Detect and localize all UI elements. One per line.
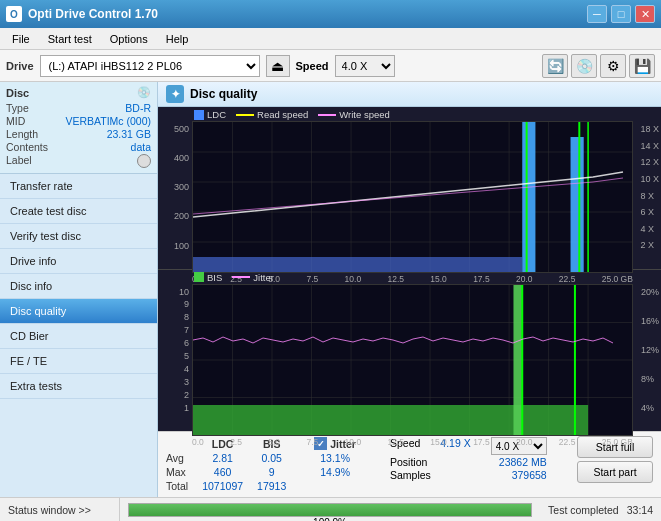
- legend-writespeed-color: [318, 114, 336, 116]
- y2r-20: 20%: [641, 288, 659, 297]
- disc-quality-icon: ✦: [166, 85, 184, 103]
- sidebar-item-extra-tests[interactable]: Extra tests: [0, 374, 157, 399]
- settings-icon-btn[interactable]: ⚙: [600, 54, 626, 78]
- legend-writespeed-label: Write speed: [339, 109, 390, 120]
- y1r-12x: 12 X: [640, 158, 659, 167]
- drive-select[interactable]: (L:) ATAPI iHBS112 2 PL06: [40, 55, 260, 77]
- menu-start-test[interactable]: Start test: [40, 31, 100, 47]
- y1r-4x: 4 X: [640, 225, 654, 234]
- minimize-button[interactable]: ─: [587, 5, 607, 23]
- disc-mid-val: VERBATIMc (000): [65, 115, 151, 127]
- sidebar-item-cd-bier[interactable]: CD Bier: [0, 324, 157, 349]
- disc-icon-btn[interactable]: 💿: [571, 54, 597, 78]
- y2-10: 10: [179, 288, 189, 297]
- chart2-svg: [193, 285, 632, 435]
- x2-250: 25.0 GB: [602, 437, 633, 447]
- position-row: Position 23862 MB: [390, 456, 547, 468]
- menu-options[interactable]: Options: [102, 31, 156, 47]
- x2-150: 15.0: [430, 437, 447, 447]
- y2-7: 7: [184, 326, 189, 335]
- menu-file[interactable]: File: [4, 31, 38, 47]
- legend-jitter-label: Jitter: [253, 272, 274, 283]
- y2r-12: 12%: [641, 346, 659, 355]
- y2-8: 8: [184, 313, 189, 322]
- disc-label-val: [137, 154, 151, 168]
- x2-75: 7.5: [306, 437, 318, 447]
- speed-select-toolbar[interactable]: 4.0 X: [335, 55, 395, 77]
- sidebar-item-transfer-rate[interactable]: Transfer rate: [0, 174, 157, 199]
- y2-5: 5: [184, 352, 189, 361]
- maximize-button[interactable]: □: [611, 5, 631, 23]
- chart1-visual: [192, 121, 633, 273]
- position-val: 23862 MB: [499, 456, 547, 468]
- x2-225: 22.5: [559, 437, 576, 447]
- y1-100: 100: [174, 242, 189, 251]
- avg-label: Avg: [166, 451, 202, 465]
- charts-area: 500 400 300 200 100 18 X 14 X 12 X 10 X …: [158, 107, 661, 431]
- refresh-icon-btn[interactable]: 🔄: [542, 54, 568, 78]
- chart2-visual: [192, 284, 633, 436]
- y1r-14x: 14 X: [640, 142, 659, 151]
- toolbar-icons: 🔄 💿 ⚙ 💾: [542, 54, 655, 78]
- legend-ldc-label: LDC: [207, 109, 226, 120]
- samples-val: 379658: [512, 469, 547, 481]
- y1r-2x: 2 X: [640, 241, 654, 250]
- legend-readspeed-label: Read speed: [257, 109, 308, 120]
- status-window-button[interactable]: Status window >>: [0, 498, 120, 521]
- y1-200: 200: [174, 212, 189, 221]
- app-title: Opti Drive Control 1.70: [28, 7, 158, 21]
- disc-label-row: Label: [6, 154, 151, 168]
- avg-ldc: 2.81: [202, 451, 257, 465]
- chart1-container: 500 400 300 200 100 18 X 14 X 12 X 10 X …: [158, 107, 661, 270]
- sidebar-item-disc-quality[interactable]: Disc quality: [0, 299, 157, 324]
- sidebar-item-verify-test-disc[interactable]: Verify test disc: [0, 224, 157, 249]
- y2-1: 1: [184, 404, 189, 413]
- sidebar-item-drive-info[interactable]: Drive info: [0, 249, 157, 274]
- total-label: Total: [166, 479, 202, 493]
- start-part-button[interactable]: Start part: [577, 461, 653, 483]
- legend-readspeed: Read speed: [236, 109, 308, 120]
- stats-row-max: Max 460 9 14.9%: [166, 465, 370, 479]
- eject-button[interactable]: ⏏: [266, 55, 290, 77]
- y2-2: 2: [184, 391, 189, 400]
- disc-quality-header: ✦ Disc quality: [158, 82, 661, 107]
- disc-length-val: 23.31 GB: [107, 128, 151, 140]
- svg-rect-16: [571, 137, 584, 272]
- stats-row-avg: Avg 2.81 0.05 13.1%: [166, 451, 370, 465]
- status-completed-text: Test completed: [540, 504, 627, 516]
- stats-row-total: Total 1071097 17913: [166, 479, 370, 493]
- y1r-10x: 10 X: [640, 175, 659, 184]
- status-time: 33:14: [627, 504, 661, 516]
- disc-info-panel: Disc 💿 Type BD-R MID VERBATIMc (000) Len…: [0, 82, 157, 174]
- y1r-6x: 6 X: [640, 208, 654, 217]
- y1r-8x: 8 X: [640, 192, 654, 201]
- y1-400: 400: [174, 154, 189, 163]
- close-button[interactable]: ✕: [635, 5, 655, 23]
- progress-fill: [129, 504, 531, 516]
- title-bar: O Opti Drive Control 1.70 ─ □ ✕: [0, 0, 661, 28]
- save-icon-btn[interactable]: 💾: [629, 54, 655, 78]
- y1r-18x: 18 X: [640, 125, 659, 134]
- disc-length-row: Length 23.31 GB: [6, 128, 151, 140]
- disc-panel-title: Disc: [6, 87, 29, 99]
- position-label: Position: [390, 456, 427, 468]
- svg-rect-33: [193, 405, 588, 435]
- y1-500: 500: [174, 125, 189, 134]
- max-ldc: 460: [202, 465, 257, 479]
- sidebar-item-create-test-disc[interactable]: Create test disc: [0, 199, 157, 224]
- y2-6: 6: [184, 339, 189, 348]
- max-bis: 9: [257, 465, 300, 479]
- menu-help[interactable]: Help: [158, 31, 197, 47]
- sidebar-item-disc-info[interactable]: Disc info: [0, 274, 157, 299]
- x2-125: 12.5: [387, 437, 404, 447]
- legend-bis-label: BIS: [207, 272, 222, 283]
- progress-text: 100.0%: [129, 516, 531, 522]
- toolbar: Drive (L:) ATAPI iHBS112 2 PL06 ⏏ Speed …: [0, 50, 661, 82]
- legend-bis: BIS: [194, 272, 222, 283]
- avg-jitter: 13.1%: [314, 451, 370, 465]
- x2-200: 20.0: [516, 437, 533, 447]
- disc-panel-icon: 💿: [137, 86, 151, 99]
- samples-row: Samples 379658: [390, 469, 547, 481]
- speed-label: Speed: [296, 60, 329, 72]
- sidebar-item-fe-te[interactable]: FE / TE: [0, 349, 157, 374]
